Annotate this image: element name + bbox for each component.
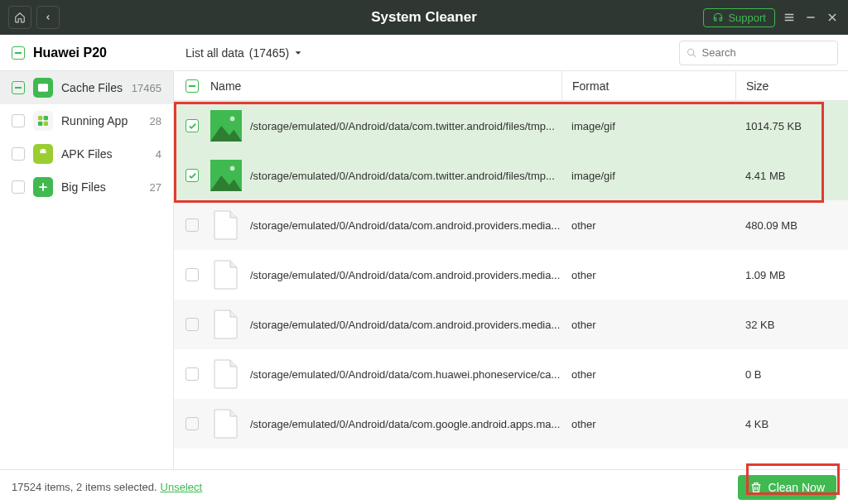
support-label: Support <box>728 12 766 24</box>
table-row[interactable]: /storage/emulated/0/Android/data/com.twi… <box>174 151 848 200</box>
cache-files-icon <box>33 78 53 98</box>
select-all-checkbox[interactable] <box>186 79 199 93</box>
file-size: 1014.75 KB <box>735 101 848 151</box>
filter-count: (17465) <box>249 46 289 60</box>
row-checkbox[interactable] <box>186 268 199 281</box>
sidebar-item-big-files[interactable]: Big Files 27 <box>0 170 173 204</box>
header-name[interactable]: Name <box>210 79 241 93</box>
svg-rect-2 <box>38 116 42 120</box>
file-path: /storage/emulated/0/Android/data/com.and… <box>250 269 561 281</box>
category-checkbox[interactable] <box>12 180 25 194</box>
clean-now-button[interactable]: Clean Now <box>738 475 836 500</box>
file-format: image/gif <box>561 151 735 200</box>
sidebar: Cache Files 17465 Running App 28 APK Fil… <box>0 71 174 469</box>
document-thumb-icon <box>210 408 242 439</box>
toolbar: Huawei P20 List all data (17465) <box>0 35 848 71</box>
file-size: 0 B <box>735 349 848 399</box>
apk-files-icon <box>33 144 53 164</box>
table-row[interactable]: /storage/emulated/0/Android/data/com.twi… <box>174 101 848 151</box>
category-checkbox[interactable] <box>12 114 25 127</box>
chevron-down-icon <box>294 49 302 57</box>
file-size: 480.09 MB <box>735 200 848 250</box>
table-row[interactable]: /storage/emulated/0/Android/data/com.goo… <box>174 399 848 449</box>
file-path: /storage/emulated/0/Android/data/com.goo… <box>250 418 561 430</box>
row-checkbox[interactable] <box>186 218 199 232</box>
sidebar-item-label: APK Files <box>61 147 112 161</box>
device-section: Huawei P20 <box>0 46 174 60</box>
svg-point-9 <box>230 117 235 122</box>
svg-rect-5 <box>44 122 48 126</box>
table-row[interactable]: /storage/emulated/0/Android/data/com.and… <box>174 200 848 250</box>
big-files-icon <box>33 177 53 197</box>
file-path: /storage/emulated/0/Android/data/com.twi… <box>250 120 561 132</box>
footer: 17524 items, 2 items selected. Unselect … <box>0 469 848 504</box>
home-button[interactable] <box>8 6 31 29</box>
status-text: 17524 items, 2 items selected. <box>12 481 157 493</box>
sidebar-item-apk-files[interactable]: APK Files 4 <box>0 137 173 170</box>
filter-prefix: List all data <box>186 46 244 60</box>
sidebar-item-label: Big Files <box>61 180 106 194</box>
file-format: other <box>561 399 735 449</box>
category-checkbox[interactable] <box>12 147 25 161</box>
document-thumb-icon <box>210 209 242 241</box>
image-thumb-icon <box>210 160 242 191</box>
filter-dropdown[interactable]: List all data (17465) <box>174 46 679 60</box>
file-path: /storage/emulated/0/Android/data/com.and… <box>250 219 561 232</box>
titlebar: System Cleaner Support <box>0 0 848 35</box>
file-size: 4 KB <box>735 399 848 449</box>
device-checkbox[interactable] <box>12 46 25 60</box>
search-box[interactable] <box>679 41 838 65</box>
file-path: /storage/emulated/0/Android/data/com.and… <box>250 319 561 331</box>
file-format: other <box>561 349 735 399</box>
table-body: /storage/emulated/0/Android/data/com.twi… <box>174 101 848 469</box>
svg-rect-4 <box>38 122 42 126</box>
app-title: System Cleaner <box>371 9 477 26</box>
file-size: 1.09 MB <box>735 250 848 300</box>
clean-now-label: Clean Now <box>768 481 825 494</box>
file-format: other <box>561 300 735 349</box>
support-button[interactable]: Support <box>703 8 775 27</box>
document-thumb-icon <box>210 309 242 340</box>
sidebar-item-count: 28 <box>150 115 161 127</box>
file-size: 4.41 MB <box>735 151 848 200</box>
row-checkbox[interactable] <box>186 367 199 381</box>
svg-rect-3 <box>44 116 48 120</box>
document-thumb-icon <box>210 259 242 290</box>
image-thumb-icon <box>210 110 242 142</box>
row-checkbox[interactable] <box>186 119 199 132</box>
sidebar-item-count: 4 <box>156 148 161 161</box>
header-size[interactable]: Size <box>746 79 768 93</box>
minimize-button[interactable] <box>803 10 818 25</box>
file-path: /storage/emulated/0/Android/data/com.twi… <box>250 170 561 182</box>
document-thumb-icon <box>210 358 242 390</box>
row-checkbox[interactable] <box>186 417 199 430</box>
svg-point-11 <box>230 166 235 171</box>
close-button[interactable] <box>825 10 840 25</box>
table-row[interactable]: /storage/emulated/0/Android/data/com.hua… <box>174 349 848 399</box>
menu-button[interactable] <box>782 10 797 25</box>
file-format: image/gif <box>561 101 735 151</box>
file-format: other <box>561 200 735 250</box>
svg-point-6 <box>41 151 42 151</box>
headset-icon <box>712 12 724 23</box>
table-row[interactable]: /storage/emulated/0/Android/data/com.and… <box>174 250 848 300</box>
sidebar-item-count: 27 <box>150 181 161 194</box>
back-button[interactable] <box>36 6 60 29</box>
table-row[interactable]: /storage/emulated/0/Android/data/com.and… <box>174 300 848 349</box>
content: Name Format Size /storage/emulated/0/And… <box>173 71 848 469</box>
svg-point-0 <box>688 49 694 55</box>
header-format[interactable]: Format <box>572 79 609 93</box>
unselect-link[interactable]: Unselect <box>161 481 203 493</box>
category-checkbox[interactable] <box>12 81 25 94</box>
sidebar-item-label: Cache Files <box>61 81 123 94</box>
svg-point-7 <box>44 151 45 151</box>
sidebar-item-running-app[interactable]: Running App 28 <box>0 104 173 137</box>
device-name: Huawei P20 <box>33 46 107 60</box>
row-checkbox[interactable] <box>186 169 199 182</box>
sidebar-item-count: 17465 <box>132 82 161 94</box>
row-checkbox[interactable] <box>186 318 199 331</box>
sidebar-item-cache-files[interactable]: Cache Files 17465 <box>0 71 173 104</box>
file-path: /storage/emulated/0/Android/data/com.hua… <box>250 368 561 381</box>
file-size: 32 KB <box>735 300 848 349</box>
search-input[interactable] <box>702 46 831 59</box>
